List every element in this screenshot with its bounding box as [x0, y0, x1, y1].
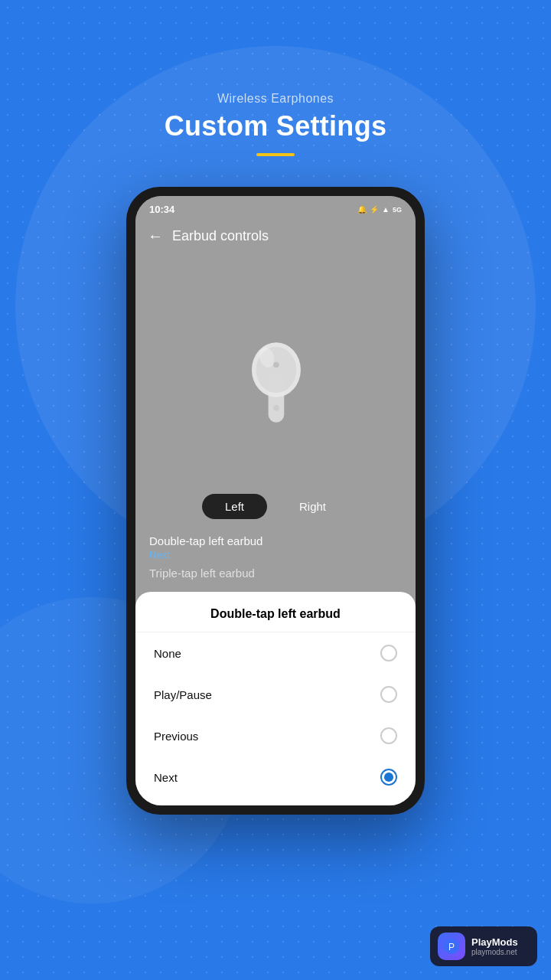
option-play-pause-radio [380, 686, 397, 703]
back-button[interactable]: ← [148, 227, 163, 245]
phone-mockup: 10:34 🔔 ⚡ ▲ 5G ← Earbud controls [126, 187, 425, 815]
toggle-row: Left Right [135, 486, 416, 527]
playmods-url: playmods.net [471, 948, 518, 956]
phone-wrapper: 10:34 🔔 ⚡ ▲ 5G ← Earbud controls [126, 187, 425, 815]
status-icon-5g: 5G [393, 206, 402, 214]
option-none-label: None [154, 647, 181, 660]
option-next-radio [380, 769, 397, 786]
status-icon-bt: ⚡ [370, 205, 379, 214]
svg-point-4 [273, 405, 279, 411]
option-play-pause-label: Play/Pause [154, 688, 212, 701]
option-previous[interactable]: Previous [135, 715, 416, 756]
svg-point-3 [273, 361, 279, 368]
option-next-label: Next [154, 771, 178, 784]
double-tap-value: Next [149, 549, 402, 560]
triple-tap-partial: Triple-tap left earbud [149, 567, 402, 584]
toggle-right-button[interactable]: Right [276, 494, 349, 519]
playmods-badge[interactable]: P PlayMods playmods.net [430, 926, 537, 966]
header: Wireless Earphones Custom Settings [165, 92, 387, 156]
playmods-icon: P [438, 933, 465, 960]
header-underline [256, 153, 295, 156]
status-bar: 10:34 🔔 ⚡ ▲ 5G [135, 196, 416, 220]
option-previous-label: Previous [154, 730, 198, 743]
playmods-name: PlayMods [471, 936, 518, 948]
phone-screen: 10:34 🔔 ⚡ ▲ 5G ← Earbud controls [135, 196, 416, 805]
double-tap-title: Double-tap left earbud [149, 534, 402, 547]
status-icon-wifi: ▲ [382, 205, 390, 214]
bottom-sheet: Double-tap left earbud None Play/Pause P… [135, 592, 416, 805]
status-icons: 🔔 ⚡ ▲ 5G [357, 205, 402, 214]
option-none[interactable]: None [135, 632, 416, 674]
earbud-image [222, 309, 329, 431]
status-icon-alarm: 🔔 [357, 205, 367, 214]
app-bar: ← Earbud controls [135, 220, 416, 253]
playmods-text: PlayMods playmods.net [471, 936, 518, 956]
header-subtitle: Wireless Earphones [165, 92, 387, 106]
option-next-radio-inner [384, 773, 393, 782]
app-bar-title: Earbud controls [172, 228, 269, 244]
toggle-left-button[interactable]: Left [202, 494, 267, 519]
header-title: Custom Settings [165, 110, 387, 142]
controls-section: Double-tap left earbud Next Triple-tap l… [135, 527, 416, 592]
bottom-sheet-title: Double-tap left earbud [135, 592, 416, 632]
option-play-pause[interactable]: Play/Pause [135, 674, 416, 715]
status-time: 10:34 [149, 204, 174, 215]
earbud-area [135, 253, 416, 486]
option-next[interactable]: Next [135, 756, 416, 798]
svg-text:P: P [448, 942, 455, 952]
option-none-radio [380, 645, 397, 662]
option-previous-radio [380, 727, 397, 744]
